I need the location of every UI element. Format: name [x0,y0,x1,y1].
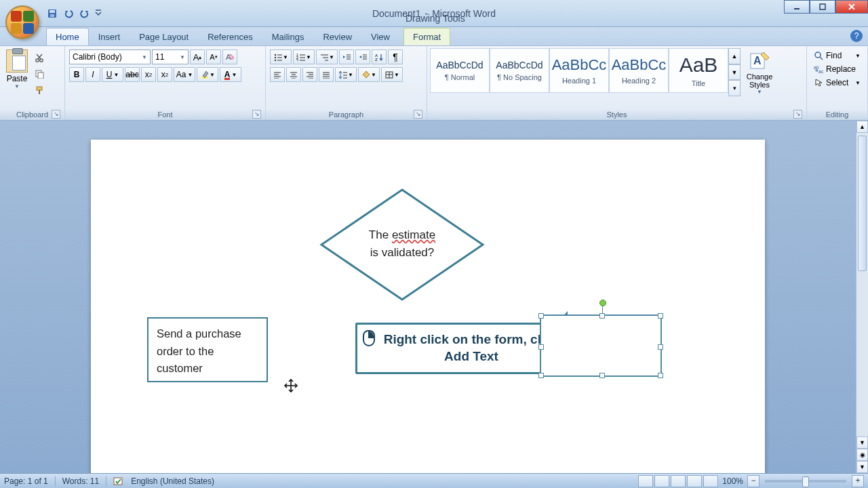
zoom-slider[interactable] [765,480,846,483]
tab-references[interactable]: References [198,28,262,45]
flowchart-process-shape[interactable]: Send a purchase order to the customer [147,317,268,382]
resize-handle[interactable] [658,313,663,319]
clipboard-dialog-launcher[interactable]: ↘ [52,110,60,119]
flowchart-decision-shape[interactable]: The estimate is validated? [319,187,486,302]
replace-button[interactable]: abac Replace [811,63,863,75]
zoom-value[interactable]: 100% [722,476,743,486]
minimize-button[interactable] [784,0,810,14]
style-heading-1[interactable]: AaBbCc Heading 1 [549,48,609,93]
bullets-icon[interactable]: ▼ [270,49,292,64]
scroll-thumb[interactable] [858,136,867,271]
close-button[interactable] [835,0,868,14]
resize-handle[interactable] [599,313,605,319]
font-color-icon[interactable]: A▼ [220,67,241,82]
superscript-icon[interactable]: x2 [157,67,172,82]
styles-dialog-launcher[interactable]: ↘ [793,110,802,119]
view-outline-icon[interactable] [687,475,702,487]
page-status[interactable]: Page: 1 of 1 [4,476,48,486]
document-area[interactable]: The estimate is validated? Send a purcha… [0,121,856,473]
maximize-button[interactable] [810,0,835,14]
browse-next-icon[interactable]: ▼ [856,461,868,473]
resize-handle[interactable] [538,344,544,350]
tab-insert[interactable]: Insert [89,28,130,45]
view-print-layout-icon[interactable] [638,475,653,487]
undo-icon[interactable] [61,6,76,21]
spellcheck-icon[interactable] [113,476,124,486]
save-icon[interactable] [45,6,60,21]
resize-handle[interactable] [538,313,544,319]
styles-scroll-down[interactable]: ▼ [728,64,741,81]
style-no-spacing[interactable]: AaBbCcDd ¶ No Spacing [490,48,549,93]
tab-home[interactable]: Home [46,28,89,45]
strikethrough-icon[interactable]: abc [125,67,140,82]
format-painter-icon[interactable] [33,83,46,97]
justify-icon[interactable] [319,67,334,82]
zoom-in-icon[interactable]: + [852,475,864,487]
change-styles-button[interactable]: A Change Styles ▼ [741,48,778,96]
browse-prev-icon[interactable]: ◉ [856,449,868,461]
tab-mailings[interactable]: Mailings [262,28,314,45]
borders-icon[interactable]: ▼ [381,67,403,82]
show-marks-icon[interactable]: ¶ [388,49,403,64]
resize-handle[interactable] [658,373,663,378]
select-button[interactable]: Select▼ [811,77,863,89]
vertical-scrollbar[interactable]: ▲ ▼ ◉ ▼ [856,121,868,473]
cut-icon[interactable] [33,51,46,64]
paragraph-dialog-launcher[interactable]: ↘ [414,110,422,119]
numbering-icon[interactable]: 123▼ [293,49,315,64]
view-full-screen-icon[interactable] [654,475,669,487]
selected-flowchart-shape[interactable] [540,314,662,377]
decrease-indent-icon[interactable] [339,49,354,64]
font-size-combo[interactable]: 11▼ [152,49,189,64]
view-web-layout-icon[interactable] [671,475,686,487]
font-name-combo[interactable]: Calibri (Body)▼ [69,49,151,64]
resize-handle[interactable] [658,344,663,350]
zoom-out-icon[interactable]: − [747,475,760,487]
style-title[interactable]: AaB Title [669,48,728,93]
rotation-handle[interactable] [599,300,606,306]
office-button[interactable] [5,5,39,39]
multilevel-list-icon[interactable]: ▼ [316,49,338,64]
tab-view[interactable]: View [361,28,399,45]
style-normal[interactable]: AaBbCcDd ¶ Normal [430,48,490,93]
align-center-icon[interactable] [286,67,301,82]
grow-font-icon[interactable]: A▴ [190,49,205,64]
redo-icon[interactable] [77,6,92,21]
styles-expand[interactable]: ▾ [728,80,741,96]
tab-page-layout[interactable]: Page Layout [130,28,198,45]
subscript-icon[interactable]: x2 [141,67,156,82]
line-spacing-icon[interactable]: ▼ [335,67,357,82]
scroll-up-icon[interactable]: ▲ [856,121,868,133]
align-left-icon[interactable] [270,67,285,82]
copy-icon[interactable] [33,67,46,81]
highlight-icon[interactable]: ▼ [197,67,218,82]
italic-icon[interactable]: I [85,67,100,82]
shading-icon[interactable]: ▼ [358,67,380,82]
clear-formatting-icon[interactable]: A [222,49,237,64]
scroll-down-icon[interactable]: ▼ [856,436,868,449]
sort-icon[interactable]: AZ [372,49,387,64]
font-dialog-launcher[interactable]: ↘ [252,110,261,119]
tab-review[interactable]: Review [313,28,361,45]
find-button[interactable]: Find▼ [811,49,863,62]
align-right-icon[interactable] [302,67,317,82]
scroll-track[interactable] [856,133,868,436]
language-status[interactable]: English (United States) [131,476,214,486]
change-case-icon[interactable]: Aa▼ [174,67,195,82]
word-count[interactable]: Words: 11 [62,476,99,486]
resize-handle[interactable] [599,373,605,378]
page[interactable]: The estimate is validated? Send a purcha… [91,140,765,473]
help-icon[interactable]: ? [850,30,863,42]
resize-handle[interactable] [538,373,544,378]
styles-scroll-up[interactable]: ▲ [728,48,741,64]
tab-format[interactable]: Format [403,28,450,45]
style-heading-2[interactable]: AaBbCc Heading 2 [609,48,669,93]
bold-icon[interactable]: B [69,67,84,82]
style-name: ¶ No Spacing [497,73,542,81]
qat-customize-icon[interactable] [94,6,103,21]
underline-icon[interactable]: U▼ [102,67,123,82]
paste-button[interactable]: Paste ▼ [3,48,31,97]
increase-indent-icon[interactable] [355,49,370,64]
shrink-font-icon[interactable]: A▾ [206,49,221,64]
view-draft-icon[interactable] [703,475,718,487]
